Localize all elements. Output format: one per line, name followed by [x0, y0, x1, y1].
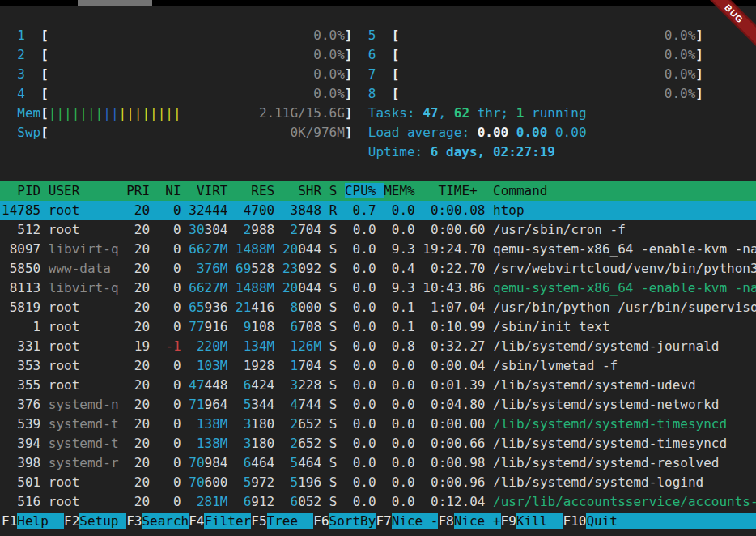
cell-res: 9108: [236, 319, 274, 334]
cell-virt: 376M: [189, 261, 227, 276]
cell-cpu: 0.0: [345, 338, 376, 354]
cell-cpu: 0.0: [345, 241, 376, 257]
cell-pid: 394: [2, 436, 40, 451]
fkey-f6[interactable]: F6SortBy: [313, 513, 376, 529]
cell-ni: 0: [158, 436, 181, 451]
cpu-meter-7: 7 [ 0.0%]: [368, 66, 703, 82]
cell-user: root: [49, 358, 119, 373]
column-header-pri[interactable]: PRI: [126, 183, 150, 198]
cell-pid: 331: [2, 338, 40, 354]
cell-pri: 20: [126, 261, 150, 276]
tasks-summary: Tasks: 47, 62 thr; 1 running: [368, 105, 587, 121]
process-row[interactable]: 501 root 20 0 70600 5972 5196 S 0.0 0.0 …: [0, 473, 756, 492]
cell-time: 0:00.00: [423, 416, 485, 432]
column-header-virt[interactable]: VIRT: [189, 183, 227, 198]
fkey-f5[interactable]: F5Tree: [251, 513, 313, 529]
process-row[interactable]: 5819 root 20 0 65936 21416 8000 S 0.0 0.…: [0, 298, 756, 317]
cell-pid: 516: [2, 494, 40, 509]
fkey-f1[interactable]: F1Help: [2, 513, 64, 529]
cell-user: systemd-t: [49, 416, 119, 432]
cell-pid: 355: [2, 377, 40, 393]
fkey-f4[interactable]: F4Filter: [189, 513, 251, 529]
column-header-pid[interactable]: PID: [2, 183, 40, 198]
process-row[interactable]: 353 root 20 0 103M 1928 1704 S 0.0 0.0 0…: [0, 356, 756, 376]
cell-mem: 0.0: [384, 494, 415, 509]
cell-ni: -1: [158, 338, 181, 354]
cell-time: 0:01.39: [423, 377, 485, 393]
cell-command: /lib/systemd/systemd-timesyncd: [493, 436, 727, 451]
process-row[interactable]: 1 root 20 0 77916 9108 6708 S 0.0 0.1 0:…: [0, 317, 756, 337]
process-row[interactable]: 331 root 19 -1 220M 134M 126M S 0.0 0.8 …: [0, 337, 756, 356]
cell-virt: 70600: [189, 474, 227, 490]
cell-time: 0:00.98: [423, 455, 485, 470]
cell-state: S: [329, 474, 338, 490]
column-header-res[interactable]: RES: [236, 183, 274, 198]
cell-pid: 539: [2, 416, 40, 432]
cell-pid: 5850: [2, 261, 40, 276]
process-row[interactable]: 539 systemd-t 20 0 138M 3180 2652 S 0.0 …: [0, 415, 756, 434]
process-row[interactable]: 512 root 20 0 30304 2988 2704 S 0.0 0.0 …: [0, 220, 756, 240]
cell-shr: 6052: [282, 494, 321, 509]
cell-cpu: 0.0: [345, 280, 376, 296]
cell-time: 0:12.04: [423, 494, 485, 509]
cell-res: 5344: [236, 397, 274, 412]
cell-state: S: [329, 261, 338, 276]
cell-command: /srv/webvirtcloud/venv/bin/python3: [493, 261, 756, 276]
cell-command: qemu-system-x86_64 -enable-kvm -na: [493, 241, 756, 257]
fkey-f3[interactable]: F3Search: [126, 513, 189, 529]
fkey-f10[interactable]: F10Quit: [563, 513, 756, 529]
cell-shr: 2704: [282, 222, 321, 237]
cell-pri: 20: [126, 416, 150, 432]
cell-shr: 20044: [282, 280, 321, 296]
process-row[interactable]: 516 root 20 0 281M 6912 6052 S 0.0 0.0 0…: [0, 492, 756, 512]
cell-virt: 6627M: [189, 241, 227, 257]
process-row[interactable]: 14785 root 20 0 32444 4700 3848 R 0.7 0.…: [0, 201, 756, 220]
cell-ni: 0: [158, 494, 181, 509]
cell-state: S: [329, 494, 338, 509]
cell-ni: 0: [158, 397, 181, 412]
column-header-state[interactable]: S: [329, 183, 338, 198]
cell-user: libvirt-q: [49, 280, 119, 296]
cell-cpu: 0.0: [345, 319, 376, 334]
process-row[interactable]: 376 systemd-n 20 0 71964 5344 4744 S 0.0…: [0, 395, 756, 415]
cell-shr: 3228: [282, 377, 321, 393]
cell-cpu: 0.0: [345, 494, 376, 509]
process-row[interactable]: 8097 libvirt-q 20 0 6627M 1488M 20044 S …: [0, 240, 756, 259]
process-row[interactable]: 394 systemd-t 20 0 138M 3180 2652 S 0.0 …: [0, 434, 756, 453]
fkey-f7[interactable]: F7Nice -: [376, 513, 438, 529]
cell-shr: 3848: [282, 202, 321, 218]
memory-meter: Mem[||||||||||||||||| 2.11G/15.6G]: [2, 105, 353, 121]
process-table-header: PID USER PRI NI VIRT RES SHR S CPU% MEM%…: [0, 181, 756, 201]
cell-res: 21416: [236, 300, 274, 315]
cell-pid: 5819: [2, 300, 40, 315]
cell-shr: 5464: [282, 455, 321, 470]
fkey-f8[interactable]: F8Nice +: [438, 513, 500, 529]
cell-res: 1488M: [236, 280, 274, 296]
column-header-ni[interactable]: NI: [158, 183, 181, 198]
window-tab: [78, 0, 152, 6]
cell-res: 6424: [236, 377, 274, 393]
cell-state: S: [329, 319, 338, 334]
column-header-user[interactable]: USER: [49, 183, 119, 198]
column-header-command[interactable]: Command: [493, 183, 547, 198]
cell-pid: 376: [2, 397, 40, 412]
process-row[interactable]: 8113 libvirt-q 20 0 6627M 1488M 20044 S …: [0, 279, 756, 298]
fkey-f2[interactable]: F2Setup: [64, 513, 126, 529]
cell-state: S: [329, 222, 338, 237]
cell-pri: 20: [126, 455, 150, 470]
cell-virt: 6627M: [189, 280, 227, 296]
process-row[interactable]: 398 systemd-r 20 0 70984 6464 5464 S 0.0…: [0, 453, 756, 473]
fkey-f9[interactable]: F9Kill: [501, 513, 563, 529]
cell-user: root: [49, 300, 119, 315]
column-header-time[interactable]: TIME+: [423, 183, 485, 198]
cell-mem: 0.0: [384, 474, 415, 490]
cell-state: S: [329, 436, 338, 451]
column-header-shr[interactable]: SHR: [282, 183, 321, 198]
column-header-cpu[interactable]: CPU%: [345, 183, 384, 198]
column-header-mem[interactable]: MEM%: [384, 183, 415, 198]
cell-shr: 20044: [282, 241, 321, 257]
cell-virt: 70984: [189, 455, 227, 470]
process-row[interactable]: 5850 www-data 20 0 376M 69528 23092 S 0.…: [0, 259, 756, 279]
cell-ni: 0: [158, 416, 181, 432]
process-row[interactable]: 355 root 20 0 47448 6424 3228 S 0.0 0.0 …: [0, 376, 756, 395]
